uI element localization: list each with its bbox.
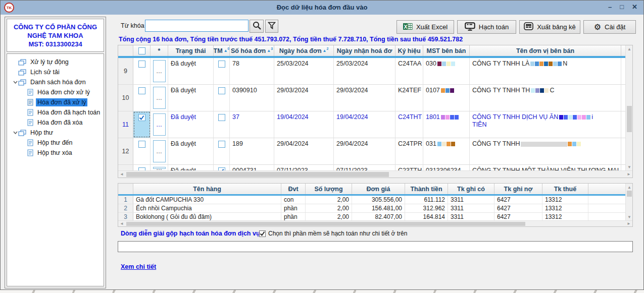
scrollbar-thumb[interactable] [126,222,525,226]
row-select-cell-focused[interactable] [133,111,151,138]
cell-tm[interactable] [214,85,230,111]
scroll-left-icon[interactable]: ◄ [118,171,125,178]
tm-checkbox[interactable] [218,61,225,68]
header-amount[interactable]: Thành tiền [405,184,448,194]
header-seller-tax[interactable]: MST bên bán [423,45,470,56]
row-checkbox[interactable] [138,87,145,94]
detail-posting-option[interactable]: Chọn thì phần mềm sẽ hạch toán như chi t… [259,230,407,237]
tree-item-danh-sach-hoa-don[interactable]: Danh sách hóa đơn [7,77,104,87]
invoice-vertical-scrollbar[interactable]: ▲ ▼ [625,45,632,170]
scroll-down-icon[interactable]: ▼ [626,163,633,170]
maximize-button[interactable]: □ [620,3,624,11]
line-item-row-2[interactable]: 2 Ếch nhồi Campuchia phần 2,00 156.481,0… [118,204,626,213]
header-item-name[interactable]: Tên hàng [133,184,281,194]
export-bang-ke-button[interactable]: Xuất bảng kê [519,20,580,34]
tree-item-hoa-don-da-hach-toan[interactable]: Hóa đơn đã hạch toán [7,107,104,118]
row-expand-cell[interactable]: … [151,138,168,164]
row-expand-cell[interactable]: … [151,58,168,84]
scroll-right-icon[interactable]: ► [625,220,632,227]
invoice-row-10[interactable]: 10 … Đã duyệt 0390910 29/03/2024 29/03/2… [118,85,626,111]
cell-status: Đã duyệt [168,111,214,138]
invoice-row-11-selected[interactable]: 11 … Đã duyệt 37 19/04/2024 19/04/2024 C… [118,111,626,138]
close-button[interactable]: ✕ [632,3,637,11]
cell-unit-price: 305.556,00 [352,196,405,204]
scroll-up-icon[interactable]: ▲ [626,45,633,52]
scroll-up-icon[interactable]: ▲ [626,184,633,191]
cell-tm[interactable] [214,58,230,84]
scroll-down-icon[interactable]: ▼ [626,213,633,220]
row-select-cell[interactable] [133,138,151,164]
cell-quantity: 2,00 [306,204,352,212]
chevron-down-icon[interactable] [12,131,18,134]
keyword-input[interactable] [145,20,249,32]
row-expand-cell[interactable]: … [151,85,168,111]
titlebar[interactable]: TK Đọc dữ liệu hóa đơn đầu vào – □ ✕ [1,1,643,15]
tree-item-hoa-don-cho-xu-ly[interactable]: Hóa đơn chờ xử lý [7,87,104,97]
dots-button[interactable]: … [153,140,166,162]
tm-checkbox[interactable] [218,141,225,148]
header-credit-account[interactable]: Tk ghi có [448,184,494,194]
header-received-date[interactable]: Ngày nhận hoá đơ [334,45,395,56]
tree-item-xu-ly-tu-dong[interactable]: Xử lý tự động [7,57,104,67]
chevron-down-icon[interactable] [12,81,18,84]
row-expand-cell[interactable]: … [151,111,168,138]
header-tax-account[interactable]: Tk thuế [542,184,588,194]
scrollbar-thumb[interactable] [627,191,632,197]
row-number: 10 [118,85,133,111]
line-items-vertical-scrollbar[interactable]: ▲ ▼ [625,184,632,220]
settings-button[interactable]: ⚙ Cài đặt [583,20,636,34]
header-unit[interactable]: Đvt [281,184,306,194]
header-select-all[interactable] [133,45,151,56]
header-seller-name[interactable]: Tên đơn vị bên bán [470,45,621,56]
row-checkbox[interactable] [138,141,145,148]
document-icon [27,99,33,106]
header-status[interactable]: Trạng thái [168,45,214,56]
select-all-checkbox[interactable] [138,47,145,54]
header-tm[interactable]: TM▲0 [214,45,230,56]
minimize-button[interactable]: – [608,3,612,11]
row-select-cell[interactable] [133,58,151,84]
view-detail-link[interactable]: Xem chi tiết [121,263,156,270]
dots-button[interactable]: … [153,60,166,82]
merged-description-input[interactable] [118,241,633,252]
line-item-row-1[interactable]: 1 Gà đốt CAMPUCHIA 330 con 2,00 305.556,… [118,196,626,204]
cell-tm[interactable] [214,138,230,164]
tree-item-hop-thu-den[interactable]: Hộp thư đến [7,138,104,148]
scrollbar-thumb[interactable] [627,106,632,132]
header-quantity[interactable]: Số lượng [306,184,352,194]
header-debit-account[interactable]: Tk ghi nợ [494,184,542,194]
invoice-row-12[interactable]: 12 … Đã duyệt 189 29/04/2024 29/04/2024 … [118,138,626,165]
scrollbar-thumb[interactable] [126,172,389,177]
search-button[interactable] [250,20,264,33]
cell-tm[interactable] [214,111,230,138]
export-excel-button[interactable]: X Xuất Excel [397,20,454,34]
hach-toan-button[interactable]: Hạch toán [457,20,516,34]
row-select-cell[interactable] [133,85,151,111]
row-checkbox[interactable] [138,61,145,68]
tree-item-lich-su-tai[interactable]: Lịch sử tải [7,67,104,77]
header-invoice-date[interactable]: Ngày hóa đơn▲2 [274,45,334,56]
invoice-horizontal-scrollbar[interactable]: ◄ ► [118,170,632,178]
tree-item-hoa-don-da-xoa[interactable]: Hóa đơn đã xóa [7,118,104,128]
excel-icon: X [403,23,413,32]
dots-button[interactable]: … [153,167,166,169]
redaction-mosaic [531,88,549,93]
scroll-left-icon[interactable]: ◄ [118,220,125,227]
tree-item-hop-thu-xoa[interactable]: Hộp thư xóa [7,148,104,158]
row-checkbox-checked[interactable] [138,114,145,121]
header-unit-price[interactable]: Đơn giá [352,184,405,194]
tree-item-hop-thu[interactable]: Hộp thư [7,128,104,138]
tree-item-hoa-don-da-xu-ly[interactable]: Hóa đơn đã xử lý [7,97,104,107]
option-checkbox-checked[interactable] [259,230,266,237]
tm-checkbox[interactable] [218,87,225,94]
header-invoice-number[interactable]: Số hóa đơn▲3 [230,45,274,56]
invoice-row-9[interactable]: 9 … Đã duyệt 78 25/03/2024 25/03/2024 C2… [118,58,626,85]
filter-button[interactable] [265,20,278,33]
tm-checkbox[interactable] [218,114,225,121]
header-serial[interactable]: Ký hiệu [395,45,423,56]
scroll-right-icon[interactable]: ► [625,171,632,178]
header-star[interactable]: * [151,45,168,56]
line-items-horizontal-scrollbar[interactable]: ◄ ► [118,220,632,226]
dots-button[interactable]: … [153,87,166,109]
dots-button[interactable]: … [153,113,166,136]
